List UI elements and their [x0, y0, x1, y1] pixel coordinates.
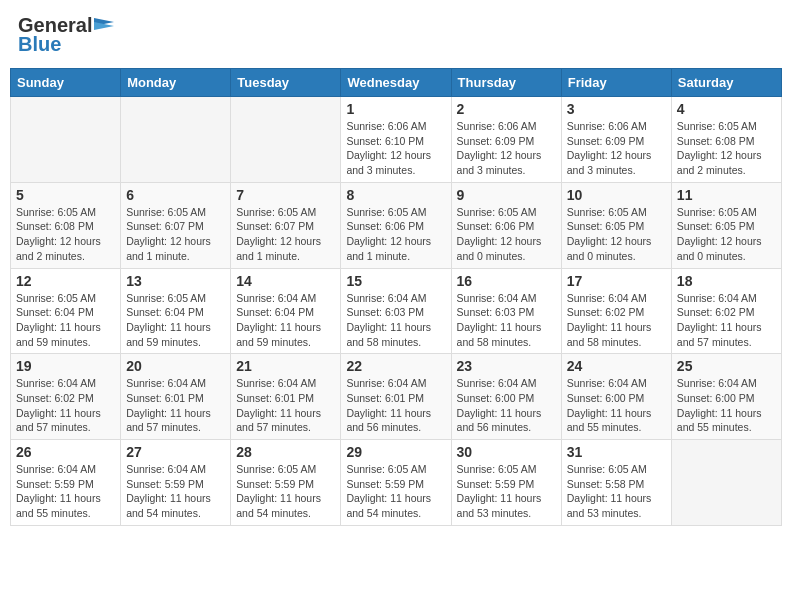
day-number: 10	[567, 187, 666, 203]
day-cell	[671, 440, 781, 526]
day-info: Sunrise: 6:05 AMSunset: 5:59 PMDaylight:…	[346, 462, 445, 521]
day-number: 31	[567, 444, 666, 460]
day-cell: 18Sunrise: 6:04 AMSunset: 6:02 PMDayligh…	[671, 268, 781, 354]
week-row-5: 26Sunrise: 6:04 AMSunset: 5:59 PMDayligh…	[11, 440, 782, 526]
day-header-tuesday: Tuesday	[231, 69, 341, 97]
day-number: 3	[567, 101, 666, 117]
day-info: Sunrise: 6:05 AMSunset: 6:05 PMDaylight:…	[567, 205, 666, 264]
day-cell: 11Sunrise: 6:05 AMSunset: 6:05 PMDayligh…	[671, 182, 781, 268]
day-number: 23	[457, 358, 556, 374]
day-info: Sunrise: 6:05 AMSunset: 5:58 PMDaylight:…	[567, 462, 666, 521]
day-cell	[121, 97, 231, 183]
day-number: 21	[236, 358, 335, 374]
day-info: Sunrise: 6:05 AMSunset: 5:59 PMDaylight:…	[457, 462, 556, 521]
day-cell: 29Sunrise: 6:05 AMSunset: 5:59 PMDayligh…	[341, 440, 451, 526]
day-info: Sunrise: 6:04 AMSunset: 6:00 PMDaylight:…	[567, 376, 666, 435]
day-number: 29	[346, 444, 445, 460]
day-number: 22	[346, 358, 445, 374]
day-number: 8	[346, 187, 445, 203]
day-info: Sunrise: 6:04 AMSunset: 6:03 PMDaylight:…	[346, 291, 445, 350]
week-row-4: 19Sunrise: 6:04 AMSunset: 6:02 PMDayligh…	[11, 354, 782, 440]
day-header-sunday: Sunday	[11, 69, 121, 97]
day-cell: 4Sunrise: 6:05 AMSunset: 6:08 PMDaylight…	[671, 97, 781, 183]
week-row-1: 1Sunrise: 6:06 AMSunset: 6:10 PMDaylight…	[11, 97, 782, 183]
day-info: Sunrise: 6:06 AMSunset: 6:09 PMDaylight:…	[457, 119, 556, 178]
day-header-friday: Friday	[561, 69, 671, 97]
day-number: 5	[16, 187, 115, 203]
day-number: 9	[457, 187, 556, 203]
day-info: Sunrise: 6:05 AMSunset: 6:05 PMDaylight:…	[677, 205, 776, 264]
day-cell: 1Sunrise: 6:06 AMSunset: 6:10 PMDaylight…	[341, 97, 451, 183]
logo: General Blue	[18, 14, 114, 56]
day-number: 19	[16, 358, 115, 374]
day-cell: 9Sunrise: 6:05 AMSunset: 6:06 PMDaylight…	[451, 182, 561, 268]
day-number: 14	[236, 273, 335, 289]
day-cell	[231, 97, 341, 183]
day-info: Sunrise: 6:05 AMSunset: 6:07 PMDaylight:…	[126, 205, 225, 264]
day-cell: 19Sunrise: 6:04 AMSunset: 6:02 PMDayligh…	[11, 354, 121, 440]
day-cell: 14Sunrise: 6:04 AMSunset: 6:04 PMDayligh…	[231, 268, 341, 354]
day-info: Sunrise: 6:05 AMSunset: 6:08 PMDaylight:…	[16, 205, 115, 264]
day-number: 25	[677, 358, 776, 374]
day-info: Sunrise: 6:04 AMSunset: 6:04 PMDaylight:…	[236, 291, 335, 350]
day-info: Sunrise: 6:06 AMSunset: 6:10 PMDaylight:…	[346, 119, 445, 178]
day-info: Sunrise: 6:04 AMSunset: 6:02 PMDaylight:…	[16, 376, 115, 435]
day-cell: 21Sunrise: 6:04 AMSunset: 6:01 PMDayligh…	[231, 354, 341, 440]
day-cell: 22Sunrise: 6:04 AMSunset: 6:01 PMDayligh…	[341, 354, 451, 440]
day-info: Sunrise: 6:05 AMSunset: 6:08 PMDaylight:…	[677, 119, 776, 178]
day-cell	[11, 97, 121, 183]
day-number: 6	[126, 187, 225, 203]
day-number: 7	[236, 187, 335, 203]
day-info: Sunrise: 6:05 AMSunset: 6:06 PMDaylight:…	[346, 205, 445, 264]
day-header-wednesday: Wednesday	[341, 69, 451, 97]
day-number: 30	[457, 444, 556, 460]
day-header-saturday: Saturday	[671, 69, 781, 97]
day-info: Sunrise: 6:04 AMSunset: 6:03 PMDaylight:…	[457, 291, 556, 350]
day-info: Sunrise: 6:05 AMSunset: 5:59 PMDaylight:…	[236, 462, 335, 521]
day-cell: 10Sunrise: 6:05 AMSunset: 6:05 PMDayligh…	[561, 182, 671, 268]
day-info: Sunrise: 6:04 AMSunset: 6:02 PMDaylight:…	[677, 291, 776, 350]
day-cell: 13Sunrise: 6:05 AMSunset: 6:04 PMDayligh…	[121, 268, 231, 354]
day-info: Sunrise: 6:04 AMSunset: 6:02 PMDaylight:…	[567, 291, 666, 350]
calendar-table: SundayMondayTuesdayWednesdayThursdayFrid…	[10, 68, 782, 526]
day-number: 15	[346, 273, 445, 289]
day-cell: 12Sunrise: 6:05 AMSunset: 6:04 PMDayligh…	[11, 268, 121, 354]
day-cell: 23Sunrise: 6:04 AMSunset: 6:00 PMDayligh…	[451, 354, 561, 440]
day-cell: 25Sunrise: 6:04 AMSunset: 6:00 PMDayligh…	[671, 354, 781, 440]
day-info: Sunrise: 6:04 AMSunset: 6:01 PMDaylight:…	[346, 376, 445, 435]
day-cell: 8Sunrise: 6:05 AMSunset: 6:06 PMDaylight…	[341, 182, 451, 268]
logo-flag-icon	[94, 18, 114, 34]
week-row-3: 12Sunrise: 6:05 AMSunset: 6:04 PMDayligh…	[11, 268, 782, 354]
day-info: Sunrise: 6:05 AMSunset: 6:04 PMDaylight:…	[126, 291, 225, 350]
day-number: 17	[567, 273, 666, 289]
day-cell: 20Sunrise: 6:04 AMSunset: 6:01 PMDayligh…	[121, 354, 231, 440]
day-cell: 5Sunrise: 6:05 AMSunset: 6:08 PMDaylight…	[11, 182, 121, 268]
day-number: 16	[457, 273, 556, 289]
day-cell: 6Sunrise: 6:05 AMSunset: 6:07 PMDaylight…	[121, 182, 231, 268]
day-cell: 7Sunrise: 6:05 AMSunset: 6:07 PMDaylight…	[231, 182, 341, 268]
day-info: Sunrise: 6:04 AMSunset: 6:01 PMDaylight:…	[236, 376, 335, 435]
day-number: 1	[346, 101, 445, 117]
day-number: 28	[236, 444, 335, 460]
day-info: Sunrise: 6:04 AMSunset: 6:01 PMDaylight:…	[126, 376, 225, 435]
day-cell: 15Sunrise: 6:04 AMSunset: 6:03 PMDayligh…	[341, 268, 451, 354]
day-number: 12	[16, 273, 115, 289]
day-number: 24	[567, 358, 666, 374]
logo-blue-text: Blue	[18, 33, 61, 56]
day-number: 11	[677, 187, 776, 203]
day-info: Sunrise: 6:04 AMSunset: 6:00 PMDaylight:…	[677, 376, 776, 435]
header: General Blue	[10, 10, 782, 60]
day-info: Sunrise: 6:05 AMSunset: 6:07 PMDaylight:…	[236, 205, 335, 264]
day-number: 4	[677, 101, 776, 117]
day-cell: 24Sunrise: 6:04 AMSunset: 6:00 PMDayligh…	[561, 354, 671, 440]
day-number: 20	[126, 358, 225, 374]
day-number: 13	[126, 273, 225, 289]
day-info: Sunrise: 6:04 AMSunset: 5:59 PMDaylight:…	[126, 462, 225, 521]
day-cell: 28Sunrise: 6:05 AMSunset: 5:59 PMDayligh…	[231, 440, 341, 526]
day-number: 18	[677, 273, 776, 289]
day-header-thursday: Thursday	[451, 69, 561, 97]
week-row-2: 5Sunrise: 6:05 AMSunset: 6:08 PMDaylight…	[11, 182, 782, 268]
day-info: Sunrise: 6:05 AMSunset: 6:04 PMDaylight:…	[16, 291, 115, 350]
day-cell: 26Sunrise: 6:04 AMSunset: 5:59 PMDayligh…	[11, 440, 121, 526]
day-info: Sunrise: 6:04 AMSunset: 6:00 PMDaylight:…	[457, 376, 556, 435]
